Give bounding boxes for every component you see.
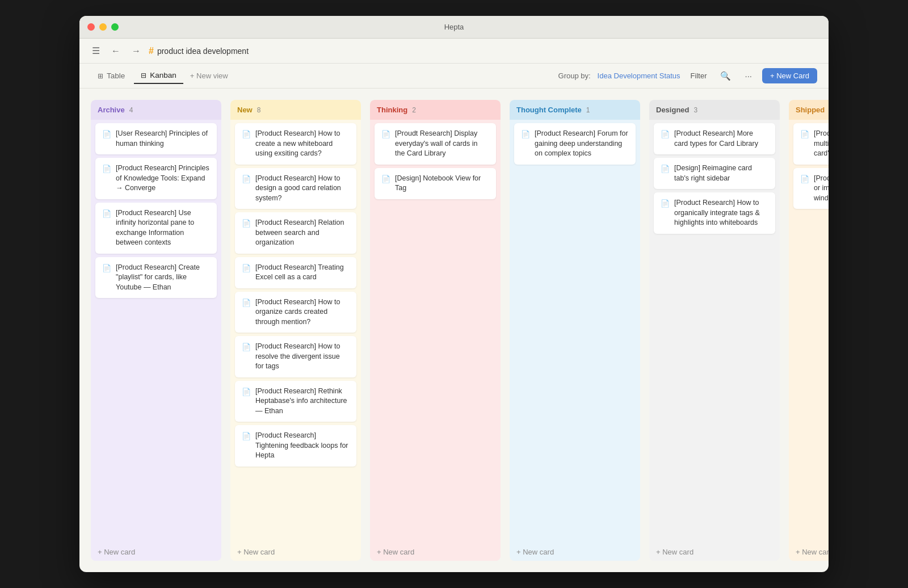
card-text: [Product Research] How to create a new w… (255, 129, 350, 159)
column-add-archive[interactable]: + New card (91, 543, 221, 561)
card[interactable]: 📄 [Product Research] Open multiple refer… (793, 123, 829, 165)
column-label-shipped: Shipped (796, 106, 825, 114)
column-body-archive: 📄 [User Research] Principles of human th… (91, 120, 221, 543)
group-by-value[interactable]: Idea Development Status (598, 72, 680, 80)
card-doc-icon: 📄 (242, 298, 251, 308)
card-text: [Product Research] How to design a good … (255, 174, 350, 204)
card[interactable]: 📄 [User Research] Principles of human th… (95, 123, 217, 154)
column-body-thought-complete: 📄 [Product Research] Forum for gaining d… (510, 120, 640, 543)
tab-kanban[interactable]: ⊟ Kanban (134, 68, 183, 84)
card[interactable]: 📄 [Product Research] Relation between se… (235, 212, 356, 254)
column-add-thinking[interactable]: + New card (370, 543, 501, 561)
column-add-designed[interactable]: + New card (649, 543, 780, 561)
card-doc-icon: 📄 (661, 164, 670, 174)
card[interactable]: 📄 [Product Research] Use infinity horizo… (95, 203, 217, 254)
card-text: [Product Research] How to organically in… (674, 198, 768, 228)
column-archive: Archive 4 📄 [User Research] Principles o… (91, 100, 221, 561)
new-card-button[interactable]: + New Card (762, 68, 817, 83)
card-text: [Product Research] How to organize cards… (255, 297, 350, 327)
card[interactable]: 📄 [Product Research] Treating Excel cell… (235, 257, 356, 288)
card[interactable]: 📄 [Proudt Research] Display everyday's w… (375, 123, 496, 165)
new-view-button[interactable]: + New view (186, 69, 233, 82)
card-text: [Product Research] Forum for gaining dee… (535, 129, 629, 159)
column-thought-complete: Thought Complete 1 📄 [Product Research] … (510, 100, 640, 561)
card-doc-icon: 📄 (242, 129, 251, 140)
card-text: [Product Research] Principles of Knowled… (116, 163, 210, 194)
board-area: Archive 4 📄 [User Research] Principles o… (79, 89, 829, 572)
column-body-thinking: 📄 [Proudt Research] Display everyday's w… (370, 120, 501, 543)
card-doc-icon: 📄 (661, 129, 670, 140)
forward-button[interactable]: → (128, 44, 144, 58)
nav-bar: ☰ ← → # product idea development (79, 39, 829, 64)
column-label-thought-complete: Thought Complete (516, 106, 582, 114)
breadcrumb: # product idea development (149, 46, 249, 56)
column-count-new: 8 (257, 106, 261, 114)
column-add-thought-complete[interactable]: + New card (510, 543, 640, 561)
window-title: Hepta (444, 23, 464, 31)
card[interactable]: 📄 [Product Research] More card types for… (654, 123, 775, 154)
minimize-button[interactable] (99, 23, 107, 31)
kanban-icon: ⊟ (141, 72, 146, 79)
breadcrumb-text: product idea development (157, 47, 249, 56)
card[interactable]: 📄 [Product Research] Create "playlist" f… (95, 257, 217, 299)
card-text: [Design] Reimagine card tab's right side… (674, 163, 768, 183)
tabs-bar: ⊞ Table ⊟ Kanban + New view Group by: Id… (79, 64, 829, 89)
card-text: [Product Research] Tightening feedback l… (255, 431, 350, 461)
card-text: [Proudt Research] Display everyday's wal… (395, 129, 489, 159)
column-header-new: New 8 (230, 100, 361, 120)
card[interactable]: 📄 [Product Research] How to design a goo… (235, 168, 356, 209)
card-doc-icon: 📄 (381, 174, 390, 184)
card-text: [Product Research] Create "playlist" for… (116, 263, 210, 293)
column-body-shipped: 📄 [Product Research] Open multiple refer… (789, 120, 829, 543)
card-doc-icon: 📄 (242, 431, 251, 442)
hash-icon: # (149, 46, 154, 56)
card-doc-icon: 📄 (242, 342, 251, 352)
card[interactable]: 📄 [Design] Notebook View for Tag (375, 168, 496, 199)
column-header-thinking: Thinking 2 (370, 100, 501, 120)
menu-button[interactable]: ☰ (89, 43, 103, 58)
title-bar: Hepta (79, 16, 829, 39)
column-thinking: Thinking 2 📄 [Proudt Research] Display e… (370, 100, 501, 561)
column-header-designed: Designed 3 (649, 100, 780, 120)
column-count-archive: 4 (129, 106, 133, 114)
tab-table[interactable]: ⊞ Table (91, 68, 132, 83)
column-add-shipped[interactable]: + New card (789, 543, 829, 561)
card[interactable]: 📄 [Product Research] How to resolve the … (235, 336, 356, 377)
card-text: [Product Research] How to resolve the di… (255, 342, 350, 372)
column-new: New 8 📄 [Product Research] How to create… (230, 100, 361, 561)
column-body-designed: 📄 [Product Research] More card types for… (649, 120, 780, 543)
card-doc-icon: 📄 (242, 174, 251, 184)
card-text: [User Research] Principles of human thin… (116, 129, 210, 149)
column-label-archive: Archive (98, 106, 125, 114)
card[interactable]: 📄 [Product Research] How to create a new… (235, 123, 356, 165)
card[interactable]: 📄 [Product Research] Tightening feedback… (235, 425, 356, 467)
tabs-right: Group by: Idea Development Status Filter… (558, 68, 817, 83)
card-text: [Design] Notebook View for Tag (395, 174, 489, 194)
back-button[interactable]: ← (108, 44, 124, 58)
column-header-shipped: Shipped 2 (789, 100, 829, 120)
search-button[interactable]: 🔍 (717, 69, 734, 83)
card[interactable]: 📄 [Product Research] How to organize car… (235, 292, 356, 333)
card-doc-icon: 📄 (521, 129, 530, 140)
card-text: [Product Research] Use infinity horizont… (116, 208, 210, 248)
column-count-thinking: 2 (412, 106, 416, 114)
more-options-button[interactable]: ··· (741, 69, 755, 83)
card[interactable]: 📄 [Product Research] How to organically … (654, 192, 775, 234)
card-text: [Product Research] Turn split or import … (814, 174, 829, 204)
card-doc-icon: 📄 (102, 129, 111, 140)
filter-button[interactable]: Filter (687, 69, 711, 82)
card[interactable]: 📄 [Product Research] Forum for gaining d… (514, 123, 636, 165)
card-text: [Product Research] Open multiple referen… (814, 129, 829, 159)
column-header-archive: Archive 4 (91, 100, 221, 120)
card[interactable]: 📄 [Product Research] Rethink Heptabase's… (235, 381, 356, 422)
card[interactable]: 📄 [Product Research] Turn split or impor… (793, 168, 829, 209)
card[interactable]: 📄 [Product Research] Principles of Knowl… (95, 158, 217, 199)
table-icon: ⊞ (98, 72, 103, 80)
close-button[interactable] (87, 23, 95, 31)
column-add-new[interactable]: + New card (230, 543, 361, 561)
card-doc-icon: 📄 (800, 174, 809, 184)
tabs-left: ⊞ Table ⊟ Kanban + New view (91, 68, 233, 84)
card[interactable]: 📄 [Design] Reimagine card tab's right si… (654, 158, 775, 189)
column-count-designed: 3 (694, 106, 698, 114)
maximize-button[interactable] (111, 23, 119, 31)
